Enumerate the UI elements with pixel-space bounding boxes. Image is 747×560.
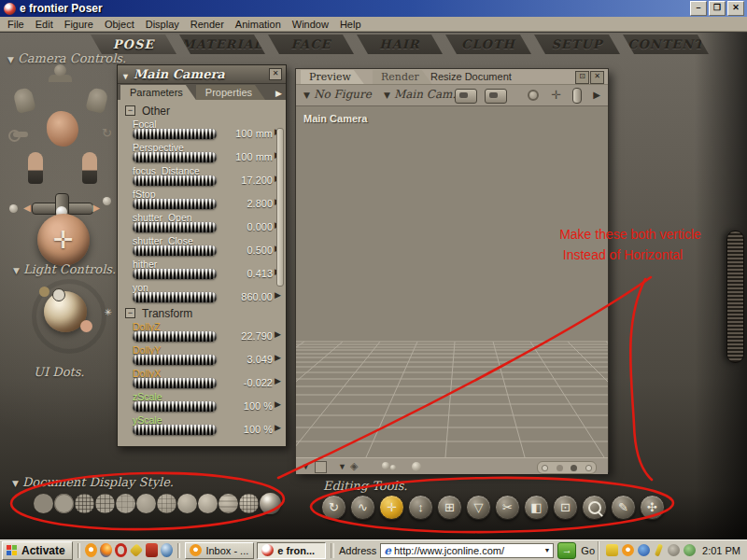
parameter-dial[interactable] — [133, 222, 217, 232]
tool-morphing[interactable]: ✎ — [611, 495, 636, 520]
tray-messenger-icon[interactable] — [638, 544, 650, 556]
minimize-button[interactable]: – — [690, 1, 707, 16]
palette-header[interactable]: Main Camera ✕ — [118, 65, 286, 84]
tool-color[interactable]: ◧ — [524, 495, 549, 520]
style-flat-shaded[interactable] — [136, 494, 156, 513]
tool-view-magnifier[interactable] — [582, 495, 607, 520]
tab-cloth[interactable]: CLOTH — [445, 35, 531, 54]
camera-dot-right[interactable] — [103, 197, 111, 205]
tool-direct-manipulation[interactable]: ✣ — [640, 495, 665, 520]
toolbar-separator[interactable] — [177, 543, 181, 558]
tab-properties[interactable]: Properties — [196, 85, 265, 100]
parameter-dial[interactable] — [133, 355, 217, 365]
trackball-icon[interactable] — [528, 90, 539, 101]
param-menu-icon[interactable] — [275, 329, 281, 339]
quicklaunch-firefox-icon[interactable] — [100, 543, 112, 557]
style-outline[interactable] — [54, 494, 74, 513]
light-icon[interactable] — [572, 88, 582, 104]
tool-chain-break[interactable]: ✂ — [495, 495, 520, 520]
tab-scroll-arrow-icon[interactable]: ▶ — [275, 89, 282, 98]
start-button[interactable]: Activate — [2, 541, 73, 560]
toolbar-separator[interactable] — [78, 543, 81, 558]
left-hand-camera-icon[interactable] — [12, 87, 35, 114]
tab-setup[interactable]: SETUP — [534, 35, 620, 54]
menu-object[interactable]: Object — [101, 19, 142, 30]
camera-menu[interactable]: Main Cam... — [384, 88, 463, 101]
param-menu-icon[interactable] — [275, 290, 281, 300]
section-other[interactable]: − Other — [125, 103, 286, 119]
taskbar-item-inbox[interactable]: Inbox - ... — [185, 542, 254, 559]
param-menu-icon[interactable] — [275, 423, 281, 432]
parameter-dial[interactable] — [133, 378, 217, 388]
tool-grouping[interactable]: ⊡ — [553, 495, 578, 520]
tray-mail-icon[interactable] — [606, 544, 618, 556]
document-resize-icon[interactable]: ⊡ — [575, 71, 589, 84]
style-flat-lined[interactable] — [157, 494, 176, 513]
preview-viewport[interactable]: Main Camera — [296, 106, 608, 457]
style-cartoon[interactable] — [177, 494, 197, 513]
tab-face[interactable]: FACE — [268, 35, 354, 54]
figure-menu[interactable]: No Figure — [303, 88, 372, 101]
tray-network-icon[interactable] — [684, 544, 696, 556]
tool-taper[interactable]: ▽ — [466, 495, 491, 520]
parameter-dial[interactable] — [133, 199, 217, 209]
address-field[interactable]: e ▼ — [380, 543, 554, 558]
side-panel-drag-handle[interactable] — [726, 231, 744, 363]
right-hand-control[interactable] — [82, 152, 97, 184]
camera-dot-left[interactable] — [9, 204, 18, 213]
tab-render[interactable]: Render — [373, 70, 432, 84]
param-menu-icon[interactable] — [275, 399, 281, 409]
collapse-icon[interactable]: − — [125, 105, 135, 116]
face-camera-icon[interactable] — [47, 111, 78, 147]
menu-edit[interactable]: Edit — [32, 19, 61, 30]
document-titlebar[interactable]: Preview Render Resize Document ⊡ ✕ — [296, 69, 608, 85]
address-dropdown-icon[interactable]: ▼ — [543, 547, 550, 553]
quicklaunch-globe-icon[interactable] — [161, 543, 173, 557]
style-texture-lined[interactable] — [239, 494, 259, 513]
flyaround-icon[interactable]: ↻ — [102, 126, 112, 140]
camera-head-icon[interactable] — [54, 64, 66, 77]
parameter-dial[interactable] — [133, 292, 217, 302]
style-hidden-line[interactable] — [95, 494, 115, 513]
style-smooth-lined[interactable] — [218, 494, 238, 513]
style-wireframe[interactable] — [75, 494, 94, 513]
quicklaunch-yellow-icon[interactable] — [130, 543, 143, 556]
go-button[interactable]: → — [557, 542, 576, 559]
tool-scale[interactable]: ⊞ — [437, 495, 462, 520]
section-transform[interactable]: − Transform — [125, 305, 286, 321]
left-hand-control[interactable] — [28, 152, 43, 184]
palette-scrollbar[interactable] — [276, 128, 284, 287]
display-sphere-icon[interactable] — [412, 462, 421, 471]
palette-menu-icon[interactable] — [121, 66, 134, 83]
multi-view-icon[interactable] — [485, 89, 507, 104]
tool-rotate[interactable]: ↻ — [321, 495, 346, 520]
page-dots-control[interactable] — [537, 461, 597, 474]
param-menu-icon[interactable] — [275, 353, 281, 362]
collapse-icon[interactable]: − — [125, 308, 135, 318]
style-silhouette[interactable] — [34, 494, 53, 513]
display-dot-tiny-icon[interactable] — [390, 465, 396, 470]
light-indicator-1[interactable] — [39, 287, 49, 297]
toolbar-expand-icon[interactable]: ▶ — [593, 90, 600, 100]
tab-hair[interactable]: HAIR — [357, 35, 443, 54]
tray-update-icon[interactable] — [668, 544, 680, 556]
document-close-icon[interactable]: ✕ — [590, 71, 604, 84]
depth-cue-icon[interactable] — [315, 461, 327, 473]
menu-help[interactable]: Help — [336, 19, 369, 30]
camera-controls-label[interactable]: Camera Controls. — [7, 51, 126, 65]
parameter-dial[interactable] — [133, 152, 217, 162]
parameter-dial[interactable] — [133, 401, 217, 412]
quicklaunch-opera-icon[interactable] — [115, 543, 127, 557]
menu-figure[interactable]: Figure — [61, 19, 101, 30]
close-button[interactable]: ✕ — [727, 1, 744, 16]
menu-file[interactable]: File — [4, 19, 32, 30]
menu-window[interactable]: Window — [289, 19, 336, 30]
light-brightness-icon[interactable]: ✳ — [105, 307, 112, 317]
tool-twist[interactable]: ∿ — [350, 495, 375, 520]
ui-dots-label[interactable]: UI Dots. — [34, 365, 85, 379]
camera-view-icon[interactable] — [455, 89, 477, 104]
animation-key-icon[interactable] — [13, 132, 28, 137]
tool-translate-in-out[interactable]: ↕ — [408, 495, 433, 520]
parameter-dial[interactable] — [133, 331, 217, 342]
tab-material[interactable]: MATERIAL — [179, 35, 265, 54]
